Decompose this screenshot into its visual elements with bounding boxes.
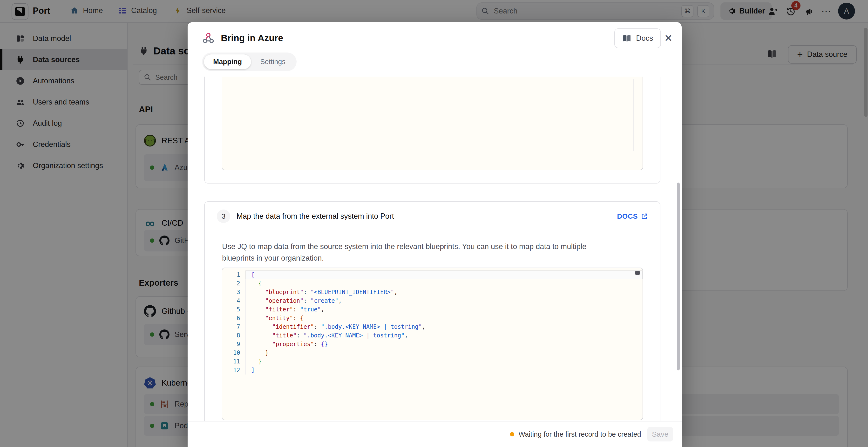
bring-in-azure-modal: Bring in Azure Docs ✕ Mapping Settings bbox=[188, 22, 682, 447]
page-scrollbar[interactable] bbox=[864, 28, 868, 117]
line-number: 5 bbox=[222, 306, 245, 313]
line-number: 2 bbox=[222, 280, 245, 287]
code-line-10: 10} bbox=[222, 348, 643, 357]
editor-scrollbar-thumb[interactable] bbox=[635, 271, 640, 275]
modal-title: Bring in Azure bbox=[221, 33, 283, 43]
code-line-3: 3"blueprint": "<BLUEPRINT_IDENTIFIER>", bbox=[222, 288, 643, 297]
code-lines: 1[2{3"blueprint": "<BLUEPRINT_IDENTIFIER… bbox=[222, 271, 643, 375]
tab-settings[interactable]: Settings bbox=[251, 55, 294, 69]
code-line-5: 5"filter": "true", bbox=[222, 305, 643, 314]
jq-mapping-editor[interactable]: 1[2{3"blueprint": "<BLUEPRINT_IDENTIFIER… bbox=[222, 268, 643, 420]
code-line-2: 2{ bbox=[222, 279, 643, 288]
line-number: 10 bbox=[222, 349, 245, 356]
step-docs-link[interactable]: DOCS bbox=[617, 212, 648, 220]
webhook-icon bbox=[202, 32, 215, 44]
waiting-status-dot bbox=[510, 432, 514, 437]
code-line-1: 1[ bbox=[222, 271, 643, 279]
book-icon bbox=[622, 33, 632, 43]
step3-header: 3 Map the data from the external system … bbox=[205, 202, 660, 231]
step3-card: 3 Map the data from the external system … bbox=[204, 201, 660, 421]
code-line-12: 12] bbox=[222, 366, 643, 375]
step-description: Use JQ to map data from the source syste… bbox=[205, 231, 615, 264]
editor-scrollbar-track[interactable] bbox=[633, 79, 634, 151]
line-number: 3 bbox=[222, 289, 245, 296]
code-line-8: 8"title": ".body.<KEY_NAME> | tostring", bbox=[222, 331, 643, 340]
line-number: 9 bbox=[222, 341, 245, 347]
modal-footer: Waiting for the first record to be creat… bbox=[188, 421, 682, 447]
code-line-9: 9"properties": {} bbox=[222, 340, 643, 348]
modal-header: Bring in Azure bbox=[202, 32, 283, 44]
tab-mapping[interactable]: Mapping bbox=[204, 55, 251, 69]
close-icon[interactable]: ✕ bbox=[662, 32, 675, 44]
modal-scroll-area[interactable]: 3 Map the data from the external system … bbox=[188, 77, 682, 421]
line-number: 7 bbox=[222, 323, 245, 330]
footer-status: Waiting for the first record to be creat… bbox=[510, 431, 641, 438]
docs-button[interactable]: Docs bbox=[614, 28, 661, 48]
step2-card-fragment bbox=[204, 77, 660, 183]
step-title: Map the data from the external system in… bbox=[237, 212, 611, 220]
code-line-7: 7"identifier": ".body.<KEY_NAME> | tostr… bbox=[222, 322, 643, 331]
modal-tabs: Mapping Settings bbox=[202, 53, 297, 71]
external-link-icon bbox=[641, 213, 648, 220]
line-number: 6 bbox=[222, 315, 245, 321]
line-number: 12 bbox=[222, 367, 245, 374]
modal-scrollbar-thumb[interactable] bbox=[677, 182, 680, 370]
line-number: 8 bbox=[222, 332, 245, 339]
code-editor-upper[interactable] bbox=[222, 77, 643, 170]
line-number: 4 bbox=[222, 298, 245, 304]
save-button[interactable]: Save bbox=[647, 427, 673, 442]
code-line-6: 6"entity": { bbox=[222, 314, 643, 322]
app-screen: Port Home Catalog Self-service ⌘ K bbox=[0, 0, 868, 447]
step-number-badge: 3 bbox=[217, 209, 230, 223]
code-line-11: 11} bbox=[222, 357, 643, 366]
line-number: 11 bbox=[222, 358, 245, 365]
code-line-4: 4"operation": "create", bbox=[222, 297, 643, 305]
line-number: 1 bbox=[222, 271, 245, 278]
